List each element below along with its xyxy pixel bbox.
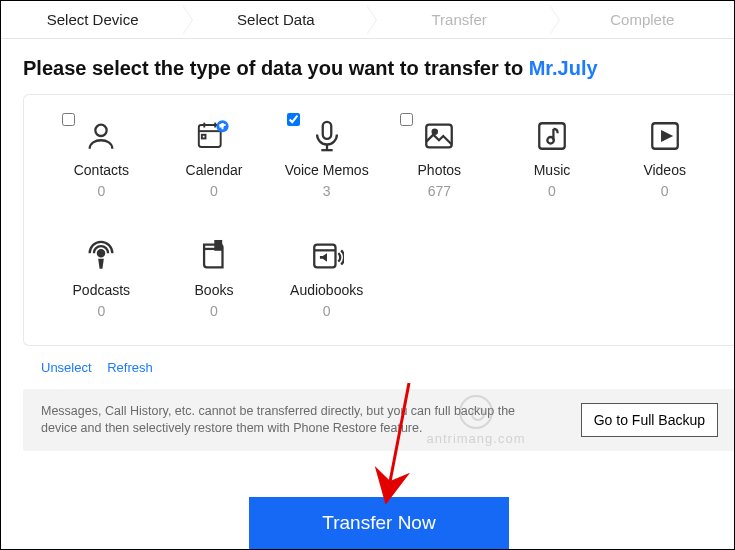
tile-count: 3 bbox=[275, 183, 378, 199]
tile-label: Videos bbox=[613, 161, 716, 179]
tile-count: 0 bbox=[50, 183, 153, 199]
prompt-prefix: Please select the type of data you want … bbox=[23, 57, 529, 79]
tile-label: Audiobooks bbox=[275, 281, 378, 299]
music-icon bbox=[501, 119, 604, 153]
svg-rect-19 bbox=[215, 241, 221, 250]
svg-rect-5 bbox=[202, 135, 206, 139]
backup-notice: Messages, Call History, etc. cannot be t… bbox=[23, 389, 735, 451]
audiobooks-icon bbox=[275, 239, 378, 273]
tile-label: Photos bbox=[388, 161, 491, 179]
wizard-steps: Select Device Select Data Transfer Compl… bbox=[1, 1, 734, 39]
transfer-now-button[interactable]: Transfer Now bbox=[249, 497, 509, 549]
tile-label: Voice Memos bbox=[275, 161, 378, 179]
checkbox-contacts[interactable] bbox=[62, 113, 75, 126]
go-to-full-backup-button[interactable]: Go to Full Backup bbox=[581, 403, 718, 437]
tile-label: Contacts bbox=[50, 161, 153, 179]
tile-label: Books bbox=[163, 281, 266, 299]
step-label: Complete bbox=[610, 11, 674, 28]
tile-videos[interactable]: Videos0 bbox=[613, 113, 716, 223]
step-transfer: Transfer bbox=[368, 1, 551, 38]
link-row: Unselect Refresh bbox=[1, 346, 734, 389]
tile-count: 0 bbox=[613, 183, 716, 199]
books-icon bbox=[163, 239, 266, 273]
svg-rect-14 bbox=[539, 123, 565, 149]
tile-label: Calendar bbox=[163, 161, 266, 179]
tile-count: 0 bbox=[163, 183, 266, 199]
tile-photos[interactable]: Photos677 bbox=[388, 113, 491, 223]
svg-point-13 bbox=[433, 130, 437, 134]
refresh-link[interactable]: Refresh bbox=[107, 360, 153, 375]
step-label: Select Device bbox=[47, 11, 139, 28]
checkbox-photos[interactable] bbox=[400, 113, 413, 126]
svg-point-0 bbox=[96, 125, 107, 136]
data-type-grid: Contacts0Calendar0Voice Memos3Photos677M… bbox=[50, 113, 716, 343]
step-select-device[interactable]: Select Device bbox=[1, 1, 184, 38]
tile-music[interactable]: Music0 bbox=[501, 113, 604, 223]
svg-rect-12 bbox=[427, 125, 453, 148]
svg-rect-9 bbox=[322, 122, 331, 139]
svg-point-15 bbox=[547, 137, 554, 144]
target-device-name: Mr.July bbox=[529, 57, 598, 79]
step-label: Select Data bbox=[237, 11, 315, 28]
tile-count: 0 bbox=[163, 303, 266, 319]
step-select-data[interactable]: Select Data bbox=[184, 1, 367, 38]
tile-contacts[interactable]: Contacts0 bbox=[50, 113, 153, 223]
step-label: Transfer bbox=[431, 11, 486, 28]
tile-podcasts[interactable]: Podcasts0 bbox=[50, 233, 153, 343]
tile-count: 0 bbox=[50, 303, 153, 319]
unselect-link[interactable]: Unselect bbox=[41, 360, 92, 375]
data-type-panel: Contacts0Calendar0Voice Memos3Photos677M… bbox=[23, 94, 735, 346]
svg-point-17 bbox=[98, 250, 104, 256]
tile-count: 0 bbox=[501, 183, 604, 199]
tile-label: Podcasts bbox=[50, 281, 153, 299]
tile-audiobooks[interactable]: Audiobooks0 bbox=[275, 233, 378, 343]
tile-books[interactable]: Books0 bbox=[163, 233, 266, 343]
tile-voicememos[interactable]: Voice Memos3 bbox=[275, 113, 378, 223]
podcasts-icon bbox=[50, 239, 153, 273]
checkbox-voicememos[interactable] bbox=[287, 113, 300, 126]
videos-icon bbox=[613, 119, 716, 153]
prompt-text: Please select the type of data you want … bbox=[1, 39, 734, 94]
tile-count: 677 bbox=[388, 183, 491, 199]
tile-count: 0 bbox=[275, 303, 378, 319]
tile-label: Music bbox=[501, 161, 604, 179]
calendar-icon bbox=[163, 119, 266, 153]
step-complete: Complete bbox=[551, 1, 734, 38]
notice-message: Messages, Call History, etc. cannot be t… bbox=[41, 403, 541, 437]
tile-calendar[interactable]: Calendar0 bbox=[163, 113, 266, 223]
